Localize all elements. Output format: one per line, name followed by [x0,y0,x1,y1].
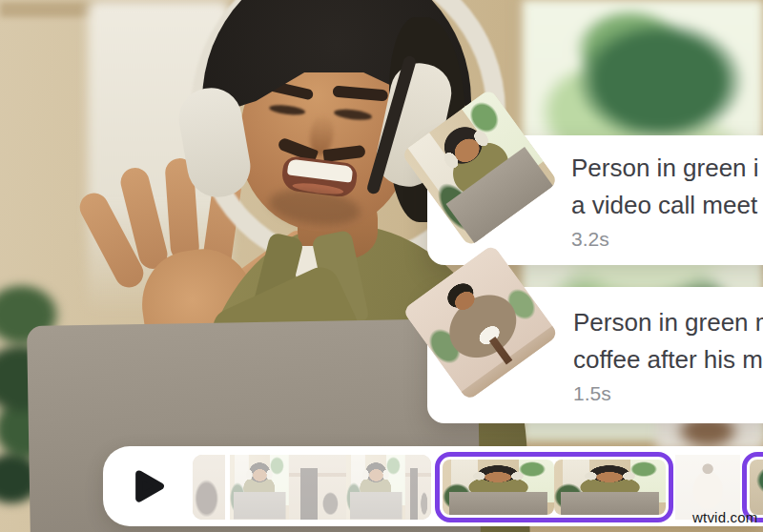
clip-card-text: Person in green i a video call meet 3.2s [571,150,759,252]
clip-title-line-1: Person in green i [571,150,759,187]
teeth [287,158,354,182]
eyebrow-right [332,86,388,102]
clip-suggestion-card-1[interactable]: Person in green i a video call meet 3.2s [427,135,763,265]
frame-coffee-closeup [193,455,225,520]
eye-right [334,108,373,122]
frame-video-call [346,455,405,520]
clip-title-line-2: a video call meet [571,187,759,224]
timeline-clip-unselected-1[interactable] [193,455,431,520]
eye-left [269,104,306,117]
timeline-strip[interactable] [193,454,763,521]
timeline-clip-selected-1[interactable] [435,452,673,522]
clip-duration: 3.2s [571,227,759,252]
play-icon [134,465,166,507]
frame-coffee-machine [289,455,346,520]
playhead[interactable] [225,455,230,520]
play-button[interactable] [128,465,172,507]
frame-video-call [443,460,554,515]
clip-duration: 1.5s [573,381,763,406]
frame-video-call [554,460,666,515]
clip-suggestion-card-2[interactable]: Person in green m coffee after his m 1.5… [427,287,763,423]
frame-video-call [230,455,289,520]
clip-title-line-1: Person in green m [573,304,763,341]
clip-title-line-2: coffee after his m [573,341,763,379]
video-timeline[interactable] [103,446,763,526]
frame-coffee-machine [405,455,431,520]
frame-greenery [750,460,763,515]
clip-card-text: Person in green m coffee after his m 1.5… [573,304,763,406]
video-editor-screenshot: Person in green i a video call meet 3.2s… [0,0,763,532]
watermark: wtvid.com [692,509,757,525]
